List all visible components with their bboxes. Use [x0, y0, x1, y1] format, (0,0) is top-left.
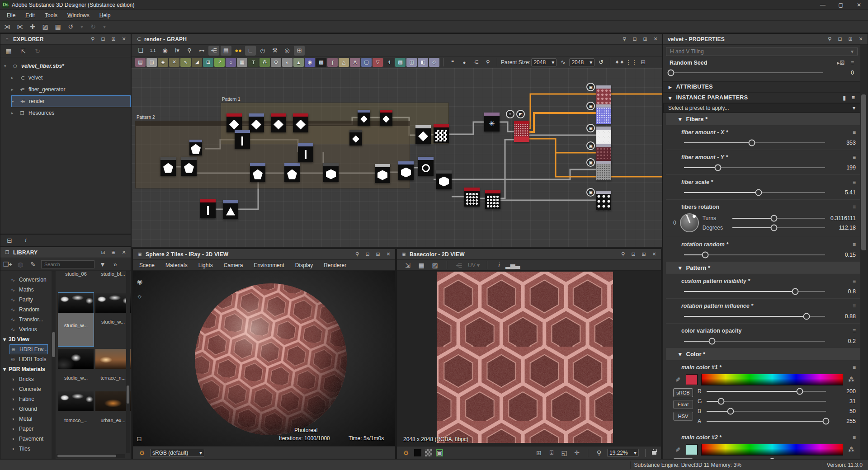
chevron-down-icon[interactable]: ▾	[669, 94, 672, 101]
library-category-tiles[interactable]: ◑Tiles	[9, 444, 30, 454]
pin-icon[interactable]: ⚲	[354, 251, 360, 258]
graph-node[interactable]	[284, 163, 300, 182]
flood-fill-node-icon[interactable]: ▽	[373, 58, 383, 67]
float-icon[interactable]: ⊡	[364, 251, 371, 258]
link-substance-icon[interactable]: ⋊	[3, 22, 12, 31]
chevron-right-icon[interactable]: ▸	[669, 84, 672, 90]
channel-slider[interactable]	[707, 411, 826, 412]
uv-toggle[interactable]: UV ▾	[468, 262, 480, 268]
scene-tree-icon[interactable]: ⊟	[135, 434, 144, 443]
graph-node[interactable]	[249, 113, 264, 132]
preset-select[interactable]: Select a preset to apply...▾	[663, 103, 860, 113]
menu-edit[interactable]: Edit	[20, 11, 40, 20]
lock-icon[interactable]	[652, 451, 656, 455]
timer-icon[interactable]: ◷	[257, 46, 268, 56]
library-category-various[interactable]: ∿Various	[9, 324, 37, 334]
library-category-random[interactable]: ∿Random	[9, 305, 39, 315]
elbow-link-icon[interactable]: ∟	[245, 46, 256, 56]
background-checker-icon[interactable]	[425, 449, 432, 456]
info-icon[interactable]: i▾	[172, 46, 183, 56]
channel-slider[interactable]	[707, 391, 826, 392]
float-icon[interactable]: ⊡	[100, 36, 106, 42]
maximize-panel-icon[interactable]: ⊞	[110, 249, 117, 256]
screenshot-icon[interactable]: ◉	[160, 46, 170, 56]
random-seed-slider[interactable]	[670, 72, 823, 73]
close-icon[interactable]: ✕	[850, 0, 868, 10]
camera-icon[interactable]: ◉	[135, 277, 144, 286]
pin-icon[interactable]: ⚲	[621, 36, 627, 42]
bit-depth-node-icon[interactable]: 4	[384, 58, 394, 67]
graph-wire[interactable]	[449, 169, 596, 179]
slider-thumb[interactable]	[823, 418, 830, 425]
zoom-icon[interactable]: ⚲	[184, 46, 195, 56]
section-color-[interactable]: ▾Color *	[666, 348, 860, 360]
float-icon[interactable]: ⊡	[837, 36, 843, 42]
rotation-slider[interactable]	[732, 218, 825, 219]
edit-icon[interactable]: ✎	[28, 260, 38, 269]
chevron-right-icon[interactable]: ▸	[11, 111, 16, 115]
param-slider[interactable]	[684, 316, 825, 317]
basecolor-output[interactable]: ▣	[596, 85, 611, 105]
menu-windows[interactable]: Windows	[62, 11, 94, 20]
slider-thumb[interactable]	[709, 338, 716, 345]
graph-node[interactable]	[189, 140, 202, 155]
tiling-icon[interactable]: ⊞	[534, 448, 543, 457]
color-swatch[interactable]	[686, 374, 698, 385]
checker-node-icon[interactable]: ▩	[316, 58, 326, 67]
graph-node[interactable]	[436, 170, 452, 189]
hue-gradient-bar[interactable]	[701, 444, 843, 456]
graph-node[interactable]	[223, 200, 238, 219]
chevron-right-icon[interactable]: ▸	[12, 99, 16, 103]
redo-icon-chevron[interactable]: ▾	[101, 24, 108, 30]
normal-node-icon[interactable]: ◐	[282, 58, 292, 67]
chevron-down-icon[interactable]: ▾	[679, 116, 682, 122]
param-slider[interactable]	[684, 254, 825, 255]
transform-node-icon[interactable]: ⊞	[203, 58, 213, 67]
chevron-down-icon[interactable]: ▾	[3, 366, 6, 372]
curve-2-node-icon[interactable]: ◇	[429, 58, 439, 67]
chevron-down-icon[interactable]: ▾	[679, 351, 682, 357]
library-grid-scrollbar[interactable]	[126, 271, 130, 453]
save-image-icon[interactable]: ▦	[417, 261, 426, 270]
view3d-menu-renderer[interactable]: Renderer	[324, 262, 346, 268]
library-category-bricks[interactable]: ◑Bricks	[9, 374, 34, 384]
maximize-panel-icon[interactable]: ⊞	[847, 36, 854, 42]
slider-thumb[interactable]	[755, 189, 762, 196]
curve-node-icon[interactable]: ∿	[180, 58, 191, 67]
library-item[interactable]: tomoco_...	[58, 391, 94, 435]
mips-icon[interactable]: ⍗	[547, 448, 556, 457]
pin-icon[interactable]: ⚲	[90, 36, 96, 42]
spline-node-icon[interactable]: ∫	[327, 58, 338, 67]
frame-fit-icon[interactable]: ⊞	[637, 57, 648, 67]
add-folder-icon[interactable]: ❒+	[3, 260, 12, 269]
float-icon[interactable]: ⊡	[100, 249, 106, 256]
library-category-transfor-[interactable]: ∿Transfor...	[9, 315, 43, 324]
section-pattern-[interactable]: ▾Pattern *	[666, 262, 860, 273]
graph-node[interactable]	[250, 163, 265, 182]
close-panel-icon[interactable]: ✕	[651, 251, 657, 258]
rotation-slider[interactable]	[732, 227, 825, 228]
grid-snap-icon[interactable]: ⊞	[294, 46, 305, 56]
graph-node[interactable]	[293, 113, 308, 132]
graph-node[interactable]	[418, 157, 434, 176]
hsl-node-icon[interactable]: ◉	[305, 58, 315, 67]
param-menu-icon[interactable]: ≡	[853, 303, 856, 309]
section-fibers-[interactable]: ▾Fibers *	[666, 113, 860, 125]
reset-size-icon[interactable]: ↺	[595, 57, 606, 67]
info-icon[interactable]: i	[21, 236, 30, 245]
mirror-node-icon[interactable]: △	[339, 58, 349, 67]
slider-thumb[interactable]	[796, 388, 803, 395]
view3d-menu-camera[interactable]: Camera	[224, 262, 243, 268]
param-slider[interactable]	[684, 192, 825, 193]
colorspace-gear-icon[interactable]: ⚙	[137, 448, 146, 457]
graph-node[interactable]	[235, 130, 250, 149]
graph-node[interactable]	[375, 164, 390, 183]
library-category-concrete[interactable]: ◑Concrete	[9, 384, 41, 394]
chevron-down-icon[interactable]: ▾	[3, 336, 6, 343]
library-item[interactable]: studio_w...	[58, 349, 94, 392]
undo-icon[interactable]: ↺	[66, 22, 75, 31]
library-category-pavement[interactable]: ◑Pavement	[9, 434, 43, 444]
slider-thumb[interactable]	[771, 224, 778, 231]
graph-wire[interactable]	[528, 94, 596, 128]
hue-gradient-bar[interactable]	[701, 374, 843, 385]
